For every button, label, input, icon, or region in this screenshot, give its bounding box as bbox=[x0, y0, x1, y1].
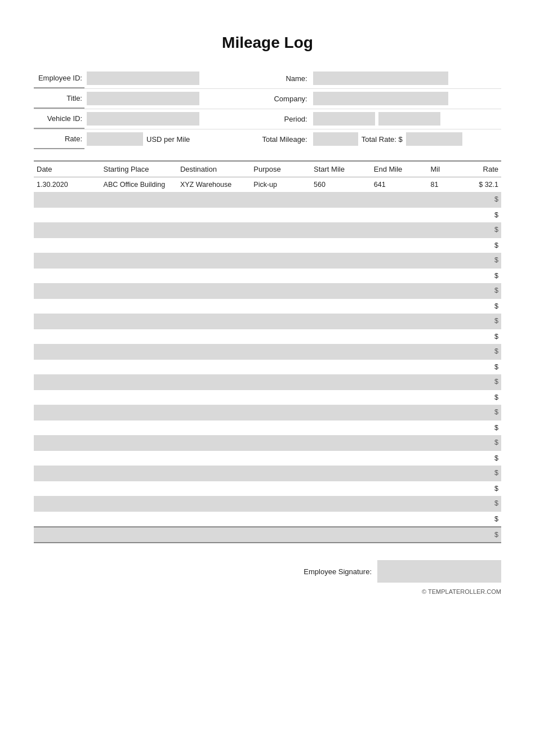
name-field[interactable] bbox=[313, 71, 448, 85]
rate-label: Rate: bbox=[34, 129, 84, 149]
title-label: Title: bbox=[34, 89, 84, 108]
employee-id-field[interactable] bbox=[87, 71, 199, 85]
employee-id-label: Employee ID: bbox=[34, 69, 84, 88]
col-destination: Destination bbox=[177, 161, 251, 177]
total-rate-label: Total Rate: $ bbox=[362, 135, 403, 144]
company-label: Company: bbox=[248, 89, 311, 108]
table-shade-row: $ bbox=[34, 374, 501, 390]
col-mil: Mil bbox=[428, 161, 461, 177]
table-shade-row: $ bbox=[34, 222, 501, 238]
table-row: $ bbox=[34, 421, 501, 435]
period-from-field[interactable] bbox=[313, 112, 375, 126]
mileage-table: Date Starting Place Destination Purpose … bbox=[34, 160, 501, 543]
table-shade-row: $ bbox=[34, 314, 501, 329]
total-mileage-label: Total Mileage: bbox=[248, 129, 311, 149]
col-date: Date bbox=[34, 161, 101, 177]
total-rate-field[interactable] bbox=[406, 132, 462, 146]
col-starting-place: Starting Place bbox=[101, 161, 177, 177]
usd-per-mile-label: USD per Mile bbox=[146, 135, 190, 144]
table-shade-row: $ bbox=[34, 192, 501, 208]
table-row: $ bbox=[34, 269, 501, 283]
total-mileage-field[interactable] bbox=[313, 132, 358, 146]
signature-section: Employee Signature: bbox=[34, 560, 501, 583]
table-shade-row: $ bbox=[34, 527, 501, 543]
period-label: Period: bbox=[248, 109, 311, 128]
table-row: $ bbox=[34, 390, 501, 405]
table-row: $ bbox=[34, 512, 501, 527]
footer-text: © TEMPLATEROLLER.COM bbox=[34, 588, 501, 595]
rate-field[interactable] bbox=[87, 132, 143, 146]
col-purpose: Purpose bbox=[251, 161, 311, 177]
table-shade-row: $ bbox=[34, 466, 501, 481]
table-row: $ bbox=[34, 481, 501, 496]
table-shade-row: $ bbox=[34, 435, 501, 451]
col-rate: Rate bbox=[461, 161, 501, 177]
table-row: $ bbox=[34, 238, 501, 253]
table-shade-row: $ bbox=[34, 496, 501, 512]
period-to-field[interactable] bbox=[378, 112, 440, 126]
page-title: Mileage Log bbox=[34, 34, 501, 52]
table-row: $ bbox=[34, 299, 501, 314]
col-start-mile: Start Mile bbox=[311, 161, 371, 177]
table-shade-row: $ bbox=[34, 405, 501, 421]
table-shade-row: $ bbox=[34, 253, 501, 269]
company-field[interactable] bbox=[313, 92, 448, 105]
name-label: Name: bbox=[248, 69, 311, 88]
header-info-grid: Employee ID: Name: Title: Company: Vehic… bbox=[34, 69, 501, 149]
table-row: $ bbox=[34, 360, 501, 374]
table-shade-row: $ bbox=[34, 344, 501, 360]
table-row: $ bbox=[34, 208, 501, 222]
vehicle-id-field[interactable] bbox=[87, 112, 199, 126]
vehicle-id-label: Vehicle ID: bbox=[34, 109, 84, 128]
table-row: 1.30.2020ABC Office BuildingXYZ Warehous… bbox=[34, 177, 501, 193]
table-shade-row: $ bbox=[34, 283, 501, 299]
title-field[interactable] bbox=[87, 92, 199, 105]
table-header-row: Date Starting Place Destination Purpose … bbox=[34, 161, 501, 177]
table-row: $ bbox=[34, 329, 501, 344]
col-end-mile: End Mile bbox=[371, 161, 428, 177]
signature-field[interactable] bbox=[377, 560, 501, 583]
table-row: $ bbox=[34, 451, 501, 466]
signature-label: Employee Signature: bbox=[304, 567, 372, 576]
